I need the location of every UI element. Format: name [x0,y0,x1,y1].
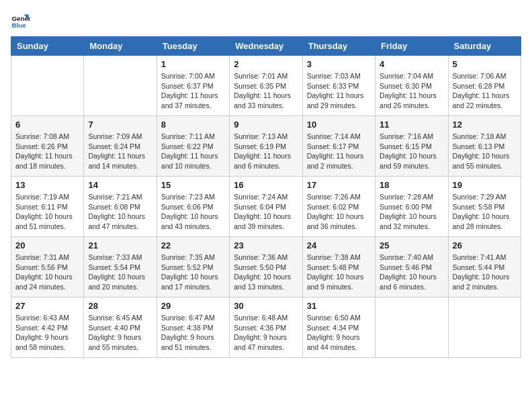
week-row-3: 13Sunrise: 7:19 AM Sunset: 6:11 PM Dayli… [11,177,521,237]
day-number: 20 [15,240,79,250]
day-info: Sunrise: 7:28 AM Sunset: 6:00 PM Dayligh… [380,192,443,232]
day-info: Sunrise: 6:50 AM Sunset: 4:34 PM Dayligh… [307,313,371,353]
day-info: Sunrise: 6:43 AM Sunset: 4:42 PM Dayligh… [15,313,79,353]
day-number: 12 [453,120,517,130]
day-number: 15 [161,180,225,190]
day-number: 7 [88,120,152,130]
day-info: Sunrise: 6:48 AM Sunset: 4:36 PM Dayligh… [234,313,298,353]
day-cell: 10Sunrise: 7:14 AM Sunset: 6:17 PM Dayli… [302,116,375,177]
day-info: Sunrise: 7:13 AM Sunset: 6:19 PM Dayligh… [234,132,298,171]
week-row-2: 6Sunrise: 7:08 AM Sunset: 6:26 PM Daylig… [11,116,521,177]
day-cell: 21Sunrise: 7:33 AM Sunset: 5:54 PM Dayli… [84,237,157,298]
day-info: Sunrise: 7:21 AM Sunset: 6:08 PM Dayligh… [88,192,152,232]
day-info: Sunrise: 7:00 AM Sunset: 6:37 PM Dayligh… [161,71,225,111]
day-number: 1 [161,59,225,69]
weekday-monday: Monday [84,37,157,56]
day-number: 27 [15,301,79,311]
day-number: 11 [380,120,443,130]
weekday-sunday: Sunday [11,37,84,56]
day-cell: 24Sunrise: 7:38 AM Sunset: 5:48 PM Dayli… [302,237,375,298]
day-info: Sunrise: 7:11 AM Sunset: 6:22 PM Dayligh… [161,132,225,171]
day-cell: 15Sunrise: 7:23 AM Sunset: 6:06 PM Dayli… [157,177,229,237]
day-number: 18 [380,180,443,190]
day-number: 14 [88,180,152,190]
day-number: 8 [161,120,225,130]
day-number: 24 [307,240,371,250]
weekday-saturday: Saturday [448,37,521,56]
day-info: Sunrise: 6:45 AM Sunset: 4:40 PM Dayligh… [88,313,152,353]
day-cell: 3Sunrise: 7:03 AM Sunset: 6:33 PM Daylig… [302,56,375,116]
day-number: 13 [15,180,79,190]
day-cell: 5Sunrise: 7:06 AM Sunset: 6:28 PM Daylig… [448,56,521,116]
day-cell: 2Sunrise: 7:01 AM Sunset: 6:35 PM Daylig… [230,56,302,116]
day-cell: 8Sunrise: 7:11 AM Sunset: 6:22 PM Daylig… [157,116,229,177]
day-number: 5 [453,59,517,69]
day-number: 30 [234,301,298,311]
day-cell: 17Sunrise: 7:26 AM Sunset: 6:02 PM Dayli… [302,177,375,237]
day-number: 3 [307,59,371,69]
day-number: 16 [234,180,298,190]
day-info: Sunrise: 7:16 AM Sunset: 6:15 PM Dayligh… [380,132,443,171]
day-info: Sunrise: 6:47 AM Sunset: 4:38 PM Dayligh… [161,313,225,353]
day-cell: 6Sunrise: 7:08 AM Sunset: 6:26 PM Daylig… [11,116,84,177]
logo: General Blue [11,11,32,30]
week-row-4: 20Sunrise: 7:31 AM Sunset: 5:56 PM Dayli… [11,237,521,298]
day-info: Sunrise: 7:19 AM Sunset: 6:11 PM Dayligh… [15,192,79,232]
day-number: 25 [380,240,443,250]
day-cell: 14Sunrise: 7:21 AM Sunset: 6:08 PM Dayli… [84,177,157,237]
day-cell: 16Sunrise: 7:24 AM Sunset: 6:04 PM Dayli… [230,177,302,237]
day-cell: 22Sunrise: 7:35 AM Sunset: 5:52 PM Dayli… [157,237,229,298]
day-info: Sunrise: 7:06 AM Sunset: 6:28 PM Dayligh… [453,71,517,111]
day-cell: 18Sunrise: 7:28 AM Sunset: 6:00 PM Dayli… [375,177,448,237]
week-row-5: 27Sunrise: 6:43 AM Sunset: 4:42 PM Dayli… [11,298,521,358]
day-info: Sunrise: 7:31 AM Sunset: 5:56 PM Dayligh… [15,253,79,292]
day-cell: 29Sunrise: 6:47 AM Sunset: 4:38 PM Dayli… [157,298,229,358]
day-cell: 13Sunrise: 7:19 AM Sunset: 6:11 PM Dayli… [11,177,84,237]
calendar-table: SundayMondayTuesdayWednesdayThursdayFrid… [11,36,521,358]
day-number: 9 [234,120,298,130]
day-number: 4 [380,59,443,69]
day-info: Sunrise: 7:04 AM Sunset: 6:30 PM Dayligh… [380,71,443,111]
day-cell: 25Sunrise: 7:40 AM Sunset: 5:46 PM Dayli… [375,237,448,298]
week-row-1: 1Sunrise: 7:00 AM Sunset: 6:37 PM Daylig… [11,56,521,116]
day-number: 31 [307,301,371,311]
day-cell: 26Sunrise: 7:41 AM Sunset: 5:44 PM Dayli… [448,237,521,298]
day-info: Sunrise: 7:18 AM Sunset: 6:13 PM Dayligh… [453,132,517,171]
day-number: 21 [88,240,152,250]
calendar-body: 1Sunrise: 7:00 AM Sunset: 6:37 PM Daylig… [11,56,521,358]
day-cell: 28Sunrise: 6:45 AM Sunset: 4:40 PM Dayli… [84,298,157,358]
day-cell: 11Sunrise: 7:16 AM Sunset: 6:15 PM Dayli… [375,116,448,177]
day-number: 26 [453,240,517,250]
weekday-wednesday: Wednesday [230,37,302,56]
day-cell [84,56,157,116]
day-cell: 1Sunrise: 7:00 AM Sunset: 6:37 PM Daylig… [157,56,229,116]
day-info: Sunrise: 7:41 AM Sunset: 5:44 PM Dayligh… [453,253,517,292]
svg-text:Blue: Blue [11,21,26,29]
day-info: Sunrise: 7:01 AM Sunset: 6:35 PM Dayligh… [234,71,298,111]
day-info: Sunrise: 7:38 AM Sunset: 5:48 PM Dayligh… [307,253,371,292]
day-info: Sunrise: 7:03 AM Sunset: 6:33 PM Dayligh… [307,71,371,111]
day-info: Sunrise: 7:40 AM Sunset: 5:46 PM Dayligh… [380,253,443,292]
day-cell: 12Sunrise: 7:18 AM Sunset: 6:13 PM Dayli… [448,116,521,177]
day-number: 19 [453,180,517,190]
day-info: Sunrise: 7:23 AM Sunset: 6:06 PM Dayligh… [161,192,225,232]
day-info: Sunrise: 7:14 AM Sunset: 6:17 PM Dayligh… [307,132,371,171]
day-info: Sunrise: 7:33 AM Sunset: 5:54 PM Dayligh… [88,253,152,292]
day-cell: 7Sunrise: 7:09 AM Sunset: 6:24 PM Daylig… [84,116,157,177]
day-info: Sunrise: 7:09 AM Sunset: 6:24 PM Dayligh… [88,132,152,171]
weekday-header: SundayMondayTuesdayWednesdayThursdayFrid… [11,37,521,56]
day-info: Sunrise: 7:35 AM Sunset: 5:52 PM Dayligh… [161,253,225,292]
day-number: 23 [234,240,298,250]
day-info: Sunrise: 7:24 AM Sunset: 6:04 PM Dayligh… [234,192,298,232]
day-number: 29 [161,301,225,311]
day-number: 17 [307,180,371,190]
day-cell: 31Sunrise: 6:50 AM Sunset: 4:34 PM Dayli… [302,298,375,358]
day-number: 2 [234,59,298,69]
weekday-tuesday: Tuesday [157,37,229,56]
logo-icon: General Blue [11,11,30,30]
day-cell [375,298,448,358]
day-number: 22 [161,240,225,250]
day-number: 28 [88,301,152,311]
day-cell [448,298,521,358]
day-info: Sunrise: 7:36 AM Sunset: 5:50 PM Dayligh… [234,253,298,292]
